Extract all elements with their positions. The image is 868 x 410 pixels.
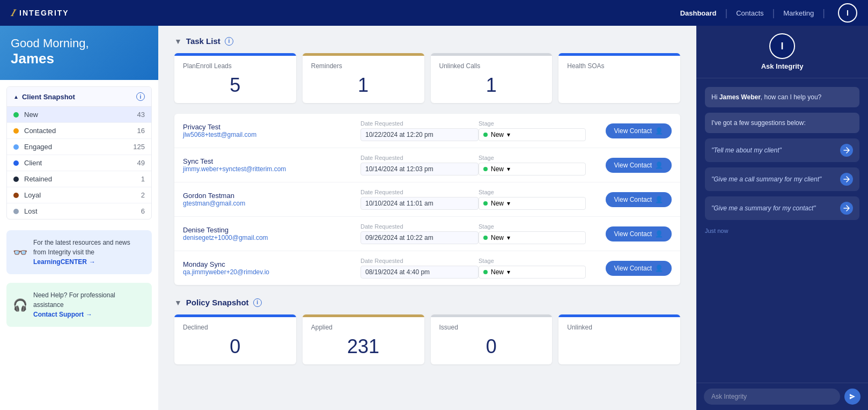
new-dot <box>13 112 19 118</box>
ask-avatar: I <box>769 33 795 59</box>
reminders-label: Reminders <box>311 62 416 70</box>
headset-icon: 🎧 <box>13 296 27 314</box>
view-contact-btn-1[interactable]: View Contact 👤 <box>606 158 672 173</box>
ask-panel-header: I Ask Integrity <box>696 26 868 78</box>
snapshot-item-client[interactable]: Client 49 <box>7 155 151 171</box>
task-list-header: ▼ Task List i <box>174 36 680 46</box>
policy-snapshot-title: Policy Snapshot <box>186 298 249 307</box>
stage-select-0[interactable]: New ▾ <box>479 128 586 141</box>
ask-send-button[interactable] <box>844 389 860 405</box>
snapshot-engaged-label: Engaged <box>24 143 133 151</box>
snapshot-item-contacted[interactable]: Contacted 16 <box>7 123 151 139</box>
person-icon-1: 👤 <box>655 162 663 169</box>
nav-marketing[interactable]: Marketing <box>777 9 820 17</box>
issued-value: 0 <box>439 335 544 358</box>
help-card-text: Need Help? For professional assistance <box>33 291 115 309</box>
view-contact-btn-3[interactable]: View Contact 👤 <box>606 226 672 241</box>
stage-select-3[interactable]: New ▾ <box>479 231 586 244</box>
snapshot-contacted-label: Contacted <box>24 127 137 135</box>
ask-suggestion-send-0[interactable] <box>840 144 853 157</box>
contact-name-3: Denise Testing <box>183 226 361 234</box>
snapshot-new-label: New <box>24 111 137 119</box>
ask-suggestion-text-1: "Give me a call summary for my client" <box>711 175 821 183</box>
unlinked-value: 1 <box>439 74 544 97</box>
contact-name-0: Privacy Test <box>183 123 361 131</box>
contact-name-1: Sync Test <box>183 157 361 165</box>
client-snapshot-section: ▲ Client Snapshot i New 43 Contacted 16 … <box>6 86 152 219</box>
view-contact-btn-0[interactable]: View Contact 👤 <box>606 123 672 138</box>
ask-panel-body: Hi James Weber, how can I help you? I've… <box>696 78 868 383</box>
policy-card-unlinked: Unlinked <box>558 314 680 364</box>
ask-suggestion-intro: I've got a few suggestions below: <box>711 119 806 127</box>
contact-email-4[interactable]: qa.jimmyweber+20@rimdev.io <box>183 268 361 276</box>
reminders-value: 1 <box>311 74 416 97</box>
ask-suggestion-send-2[interactable] <box>840 202 853 215</box>
contact-email-0[interactable]: jlw5068+testt@gmail.com <box>183 131 361 138</box>
nav-avatar[interactable]: I <box>838 3 857 23</box>
learning-center-link[interactable]: LearningCENTER → <box>33 257 95 267</box>
snapshot-item-loyal[interactable]: Loyal 2 <box>7 187 151 203</box>
learning-center-card: 👓 For the latest resources and news from… <box>6 230 152 274</box>
greeting-name: James <box>11 50 148 67</box>
applied-label: Applied <box>311 324 416 331</box>
policy-card-issued: Issued 0 <box>431 314 553 364</box>
ask-suggestion-send-1[interactable] <box>840 173 853 186</box>
ask-suggestion-2[interactable]: "Give me a summary for my contact" <box>705 196 859 220</box>
snapshot-lost-count: 6 <box>141 207 145 215</box>
ask-timestamp: Just now <box>705 228 859 234</box>
contact-email-1[interactable]: jimmy.weber+synctest@ritterim.com <box>183 165 361 173</box>
contact-date-4: 08/19/2024 at 4:40 pm <box>361 266 479 279</box>
sidebar: Good Morning, James ▲ Client Snapshot i … <box>0 26 158 410</box>
ask-suggestion-0[interactable]: "Tell me about my client" <box>705 138 859 162</box>
contact-date-3: 09/26/2024 at 10:22 am <box>361 231 479 244</box>
view-contact-btn-2[interactable]: View Contact 👤 <box>606 192 672 207</box>
declined-label: Declined <box>183 324 288 331</box>
snapshot-item-lost[interactable]: Lost 6 <box>7 203 151 219</box>
issued-label: Issued <box>439 324 544 331</box>
snapshot-new-count: 43 <box>137 111 145 119</box>
task-list-title: Task List <box>186 36 220 46</box>
policy-snapshot-header: ▼ Policy Snapshot i <box>174 298 680 307</box>
snapshot-client-label: Client <box>24 159 137 167</box>
stage-select-4[interactable]: New ▾ <box>479 266 586 279</box>
top-navigation: 𝐼 INTEGRITY Dashboard | Contacts | Marke… <box>0 0 868 26</box>
contact-row-3: Denise Testing denisegetz+1000@gmail.com… <box>174 217 680 251</box>
ask-greeting-name: James Weber <box>719 93 761 101</box>
snapshot-loyal-label: Loyal <box>24 191 141 199</box>
view-contact-btn-4[interactable]: View Contact 👤 <box>606 261 672 276</box>
ask-suggestion-1[interactable]: "Give me a call summary for my client" <box>705 167 859 191</box>
snapshot-item-engaged[interactable]: Engaged 125 <box>7 139 151 155</box>
contact-date-2: 10/10/2024 at 11:01 am <box>361 197 479 210</box>
snapshot-contacted-count: 16 <box>137 127 145 135</box>
task-list-info-icon[interactable]: i <box>225 37 233 46</box>
ask-input[interactable] <box>704 389 840 405</box>
nav-contacts[interactable]: Contacts <box>730 9 770 17</box>
stage-select-2[interactable]: New ▾ <box>479 197 586 210</box>
policy-info-icon[interactable]: i <box>253 298 262 307</box>
snapshot-item-retained[interactable]: Retained 1 <box>7 171 151 187</box>
task-list-collapse[interactable]: ▼ <box>174 37 182 46</box>
nav-links: Dashboard | Contacts | Marketing | <box>674 8 825 19</box>
contact-email-3[interactable]: denisegetz+1000@gmail.com <box>183 234 361 241</box>
ask-suggestion-text-2: "Give me a summary for my contact" <box>711 204 816 212</box>
contact-list: Privacy Test jlw5068+testt@gmail.com Dat… <box>174 114 680 285</box>
client-dot <box>13 160 19 166</box>
nav-dashboard[interactable]: Dashboard <box>674 9 723 17</box>
contact-row-4: Monday Sync qa.jimmyweber+20@rimdev.io D… <box>174 251 680 285</box>
person-icon-0: 👤 <box>655 127 663 135</box>
glasses-icon: 👓 <box>13 244 27 261</box>
contact-support-link[interactable]: Contact Support → <box>33 310 92 319</box>
policy-cards: Declined 0 Applied 231 Issued 0 <box>174 314 680 364</box>
contact-date-1: 10/14/2024 at 12:03 pm <box>361 163 479 175</box>
snapshot-item-new[interactable]: New 43 <box>7 107 151 123</box>
snapshot-loyal-count: 2 <box>141 191 145 199</box>
policy-collapse[interactable]: ▼ <box>174 298 182 307</box>
learning-card-text: For the latest resources and news from I… <box>33 239 130 256</box>
policy-card-applied: Applied 231 <box>303 314 424 364</box>
contact-email-2[interactable]: gtestman@gmail.com <box>183 200 361 207</box>
info-icon[interactable]: i <box>136 92 145 101</box>
contact-name-4: Monday Sync <box>183 260 361 268</box>
stage-select-1[interactable]: New ▾ <box>479 163 586 175</box>
logo-icon: 𝐼 <box>11 8 15 19</box>
contact-name-2: Gordon Testman <box>183 192 361 200</box>
